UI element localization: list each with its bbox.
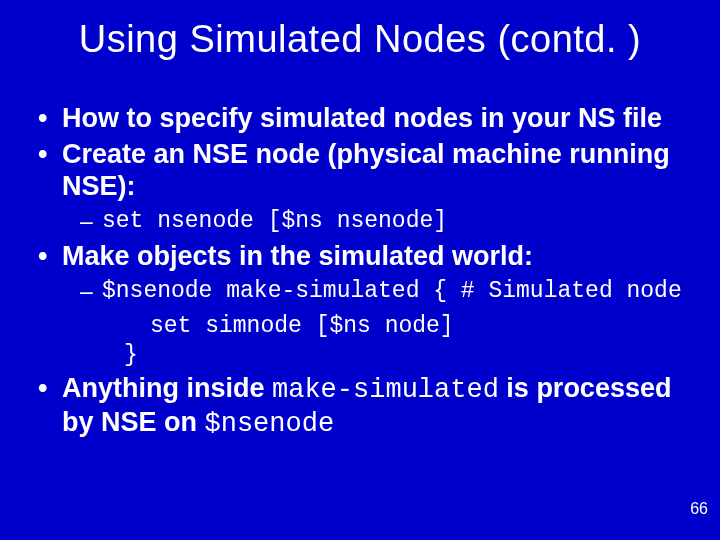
slide-number: 66 [690,500,708,518]
bullet-item-specify: How to specify simulated nodes in your N… [34,103,686,135]
sub-list: set nsenode [$ns nsenode] [62,207,686,236]
bullet-text-part: Anything inside [62,373,272,403]
code-line: set simnode [$ns node] [62,312,686,341]
bullet-item-create-nse: Create an NSE node (physical machine run… [34,139,686,235]
bullet-list: How to specify simulated nodes in your N… [34,103,686,441]
bullet-text: Make objects in the simulated world: [62,241,533,271]
code-line: $nsenode make-simulated { # Simulated no… [62,277,686,306]
slide-title: Using Simulated Nodes (contd. ) [34,18,686,61]
code-inline: make-simulated [272,375,499,405]
bullet-item-anything-inside: Anything inside make-simulated is proces… [34,373,686,441]
bullet-text: How to specify simulated nodes in your N… [62,103,662,133]
code-line: set nsenode [$ns nsenode] [62,207,686,236]
code-line: } [62,341,686,370]
bullet-item-make-objects: Make objects in the simulated world: $ns… [34,241,686,369]
bullet-text: Create an NSE node (physical machine run… [62,139,670,201]
slide: Using Simulated Nodes (contd. ) How to s… [0,0,720,540]
sub-list: $nsenode make-simulated { # Simulated no… [62,277,686,306]
code-inline: $nsenode [205,409,335,439]
